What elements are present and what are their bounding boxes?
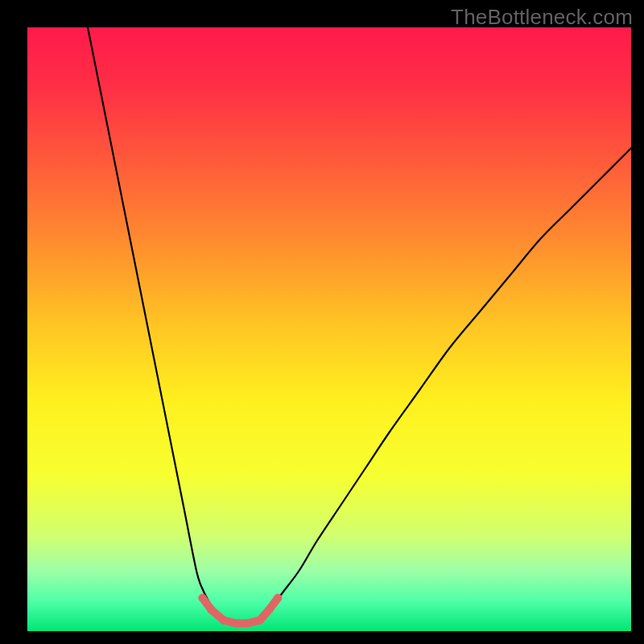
chart-frame: TheBottleneck.com xyxy=(0,0,644,644)
bottleneck-chart xyxy=(27,27,631,631)
chart-background xyxy=(27,27,631,631)
watermark-text: TheBottleneck.com xyxy=(451,5,633,30)
